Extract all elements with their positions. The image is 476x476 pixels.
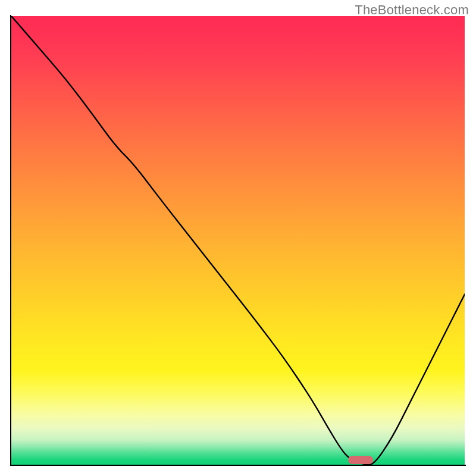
chart-container: TheBottleneck.com — [0, 0, 476, 476]
optimal-marker — [348, 456, 373, 464]
bottleneck-curve — [11, 16, 465, 465]
bottleneck-curve-path — [11, 16, 465, 465]
plot-area — [11, 16, 465, 465]
x-axis-line — [10, 465, 466, 466]
